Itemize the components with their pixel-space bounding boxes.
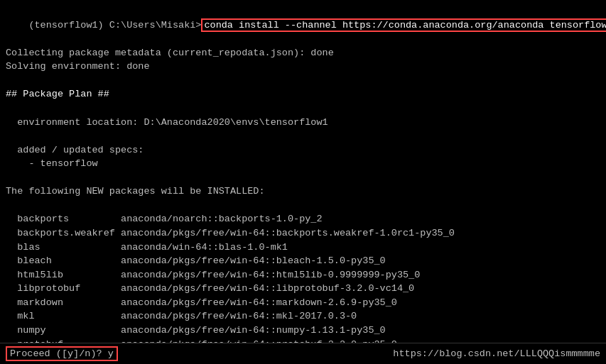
bottom-bar: Proceed ([y]/n)? y https://blog.csdn.net… <box>0 343 606 364</box>
new-packages-header: The following NEW packages will be INSTA… <box>6 184 600 199</box>
empty-3 <box>6 129 600 143</box>
output-line-3: Solving environment: done <box>6 60 600 74</box>
list-item: blas anaconda/win-64::blas-1.0-mk1 <box>6 241 600 255</box>
empty-1 <box>6 74 600 88</box>
list-item: backports anaconda/noarch::backports-1.0… <box>6 212 600 226</box>
list-item: numpy anaconda/pkgs/free/win-64::numpy-1… <box>6 324 600 338</box>
list-item: backports.weakref anaconda/pkgs/free/win… <box>6 226 600 241</box>
url-text: https://blog.csdn.net/LLLQQQismmmmme <box>393 348 600 359</box>
command-line: (tensorflow1) C:\Users\Misaki>conda inst… <box>6 4 600 46</box>
package-plan-header: ## Package Plan ## <box>6 87 600 101</box>
env-location: environment location: D:\Anaconda2020\en… <box>6 116 600 130</box>
list-item: libprotobuf anaconda/pkgs/free/win-64::l… <box>6 282 600 296</box>
output-line-2: Collecting package metadata (current_rep… <box>6 46 600 60</box>
list-item: html5lib anaconda/pkgs/free/win-64::html… <box>6 268 600 282</box>
list-item: mkl anaconda/pkgs/free/win-64::mkl-2017.… <box>6 309 600 324</box>
terminal-window: (tensorflow1) C:\Users\Misaki>conda inst… <box>0 0 606 364</box>
list-item: markdown anaconda/pkgs/free/win-64::mark… <box>6 296 600 310</box>
added-specs: added / updated specs: <box>6 143 600 158</box>
list-item: bleach anaconda/pkgs/free/win-64::bleach… <box>6 254 600 268</box>
command-text: conda install --channel https://conda.an… <box>201 18 606 32</box>
proceed-prompt[interactable]: Proceed ([y]/n)? y <box>6 346 118 361</box>
package-list: backports anaconda/noarch::backports-1.0… <box>6 212 600 364</box>
prompt: (tensorflow1) C:\Users\Misaki> <box>28 20 201 31</box>
tensorflow-spec: - tensorflow <box>6 157 600 171</box>
empty-2 <box>6 101 600 116</box>
empty-4 <box>6 171 600 185</box>
empty-5 <box>6 199 600 213</box>
